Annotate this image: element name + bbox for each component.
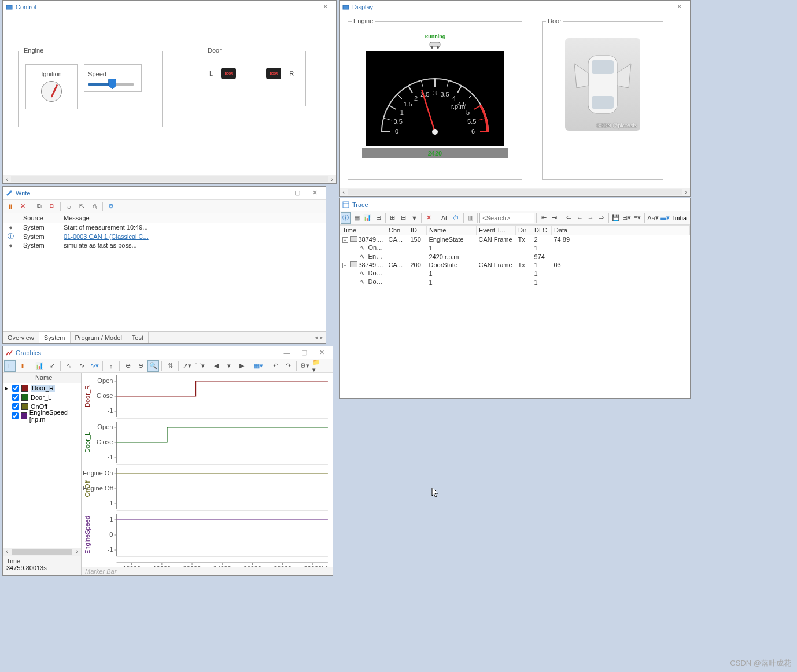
redo-icon[interactable]: ↷ xyxy=(282,360,294,372)
group-icon[interactable]: ⊞▾ xyxy=(622,212,632,224)
trace-col[interactable]: ID xyxy=(408,226,427,235)
signal-checkbox[interactable] xyxy=(12,394,19,401)
close-button[interactable]: ✕ xyxy=(316,2,334,12)
trace-row[interactable]: ∿ EngineSpeed2420 r.p.m974 xyxy=(340,252,690,261)
graphics-titlebar[interactable]: Graphics — ▢ ✕ xyxy=(3,346,333,359)
config-icon[interactable]: ⚙▾ xyxy=(299,360,311,372)
expand-icon[interactable]: ⊞ xyxy=(388,212,398,224)
save-icon[interactable]: 💾 xyxy=(611,212,621,224)
zoom-out-icon[interactable]: ⊖ xyxy=(135,360,146,372)
minimize-button[interactable]: — xyxy=(271,188,289,198)
filter-icon[interactable]: ▼ xyxy=(409,212,420,224)
minimize-button[interactable]: — xyxy=(278,348,296,358)
door-right-button[interactable]: DOOR xyxy=(266,68,281,79)
write-tab[interactable]: Overview xyxy=(3,332,39,343)
maximize-button[interactable]: ▢ xyxy=(289,188,306,198)
trace-row[interactable]: −38749....CA...200DoorStateCAN FrameTx10… xyxy=(340,261,690,269)
trace-row[interactable]: ∿ Door_R11 xyxy=(340,269,690,278)
list-icon[interactable]: ▤ xyxy=(352,212,362,224)
trace-col[interactable]: Dir xyxy=(516,226,532,235)
minimize-button[interactable]: — xyxy=(299,2,316,12)
door-left-button[interactable]: DOOR xyxy=(221,68,236,79)
horizontal-scrollbar[interactable]: ‹ › xyxy=(3,175,336,183)
signal-row[interactable]: ▸ EngineSpeed [r.p.m xyxy=(3,411,81,420)
wave1-icon[interactable]: ∿ xyxy=(63,360,75,372)
plot-area[interactable]: OpenClose-1Door_ROpenClose-1Door_LEngine… xyxy=(82,373,333,575)
trace-col[interactable]: Time xyxy=(340,226,386,235)
display-titlebar[interactable]: Display — ✕ xyxy=(340,1,690,13)
search-input[interactable] xyxy=(479,213,534,223)
signal-checkbox[interactable] xyxy=(12,412,19,419)
step-icon[interactable]: ↗▾ xyxy=(181,360,193,372)
write-tab[interactable]: System xyxy=(39,332,71,343)
menu-icon[interactable]: ▾ xyxy=(223,360,235,372)
settings-icon[interactable]: ⚙ xyxy=(105,201,117,212)
speed-slider[interactable] xyxy=(88,83,134,86)
trace-titlebar[interactable]: Trace xyxy=(340,198,690,211)
copy-icon[interactable]: ⧉ xyxy=(34,201,45,212)
goto-right-icon[interactable]: ⇒ xyxy=(596,212,607,224)
interp-icon[interactable]: ⌒▾ xyxy=(194,360,205,372)
export-icon[interactable]: ⇱ xyxy=(76,201,87,212)
trace-col[interactable]: DLC xyxy=(532,226,552,235)
layout-icon[interactable]: ▦▾ xyxy=(253,360,264,372)
zoom-select-icon[interactable]: 🔍 xyxy=(147,360,159,372)
signal-checkbox[interactable] xyxy=(12,403,19,410)
goto-left-icon[interactable]: ⇐ xyxy=(564,212,574,224)
signal-row[interactable]: ▸ Door_L xyxy=(3,393,81,402)
info-icon[interactable]: ⓘ xyxy=(341,212,351,224)
pause-icon[interactable]: ⏸ xyxy=(4,201,16,212)
write-tab[interactable]: Program / Model xyxy=(71,332,127,343)
close-button[interactable]: ✕ xyxy=(313,348,330,358)
clear-icon[interactable]: ✕ xyxy=(17,201,28,212)
delete-icon[interactable]: ⧉ xyxy=(46,201,58,212)
signal-icon[interactable]: 📊 xyxy=(34,360,45,372)
save-icon[interactable]: ⎙ xyxy=(88,201,100,212)
find-next-icon[interactable]: ⇥ xyxy=(549,212,560,224)
scroll-right-icon[interactable]: › xyxy=(328,175,336,183)
pause-icon[interactable]: ⏸ xyxy=(17,360,28,372)
wave3-icon[interactable]: ∿▾ xyxy=(88,360,100,372)
signal-row[interactable]: ▸ Door_R xyxy=(3,383,81,393)
export-icon[interactable]: 📁▾ xyxy=(312,360,323,372)
fit-icon[interactable]: ⤢ xyxy=(46,360,58,372)
slider-knob[interactable] xyxy=(108,79,116,89)
trace-table[interactable]: TimeChnIDNameEvent T...DirDLCData −38749… xyxy=(340,225,690,398)
scroll-right-icon[interactable]: › xyxy=(682,188,690,196)
collapse-icon[interactable]: ⊟ xyxy=(398,212,409,224)
trace-col[interactable]: Data xyxy=(552,226,690,235)
maximize-button[interactable]: ▢ xyxy=(296,348,313,358)
color-icon[interactable]: ▬▾ xyxy=(660,212,670,224)
ignition-switch[interactable] xyxy=(41,81,62,102)
columns-icon[interactable]: ▥ xyxy=(466,212,476,224)
log-row[interactable]: ●System simulate as fast as poss... xyxy=(3,241,326,249)
trace-row[interactable]: ∿ Door_L11 xyxy=(340,278,690,286)
find-prev-icon[interactable]: ⇤ xyxy=(538,212,549,224)
time-icon[interactable]: ⏱ xyxy=(451,212,462,224)
delta-t-button[interactable]: Δt xyxy=(438,212,451,224)
trace-col[interactable]: Event T... xyxy=(477,226,516,235)
close-button[interactable]: ✕ xyxy=(670,2,688,12)
trace-row[interactable]: −38749....CA...150EngineStateCAN FrameTx… xyxy=(340,235,690,244)
close-button[interactable]: ✕ xyxy=(306,188,323,198)
minimize-button[interactable]: — xyxy=(653,2,670,12)
step-left-icon[interactable]: ← xyxy=(575,212,585,224)
undo-icon[interactable]: ↶ xyxy=(270,360,281,372)
trace-col[interactable]: Chn xyxy=(386,226,408,235)
next-icon[interactable]: ▶ xyxy=(236,360,248,372)
signal-checkbox[interactable] xyxy=(12,385,19,392)
zoom-in-icon[interactable]: ⊕ xyxy=(122,360,134,372)
write-titlebar[interactable]: Write — ▢ ✕ xyxy=(3,187,326,200)
trace-col[interactable]: Name xyxy=(427,226,477,235)
cursor-icon[interactable]: L xyxy=(4,360,16,372)
trace-row[interactable]: ∿ OnOff11 xyxy=(340,243,690,252)
log-row[interactable]: ⓘSystem01-0003 CAN 1 (Classical C... xyxy=(3,231,326,241)
prev-icon[interactable]: ◀ xyxy=(211,360,222,372)
scroll-left-icon[interactable]: ‹ xyxy=(340,188,348,196)
chart-icon[interactable]: 📊 xyxy=(363,212,373,224)
horizontal-scrollbar[interactable]: ‹ › xyxy=(340,188,690,196)
clear-icon[interactable]: ✕ xyxy=(423,212,434,224)
layout-icon[interactable]: ≡▾ xyxy=(632,212,643,224)
wave2-icon[interactable]: ∿ xyxy=(76,360,87,372)
log-row[interactable]: ●SystemStart of measurement 10:49... xyxy=(3,223,326,232)
